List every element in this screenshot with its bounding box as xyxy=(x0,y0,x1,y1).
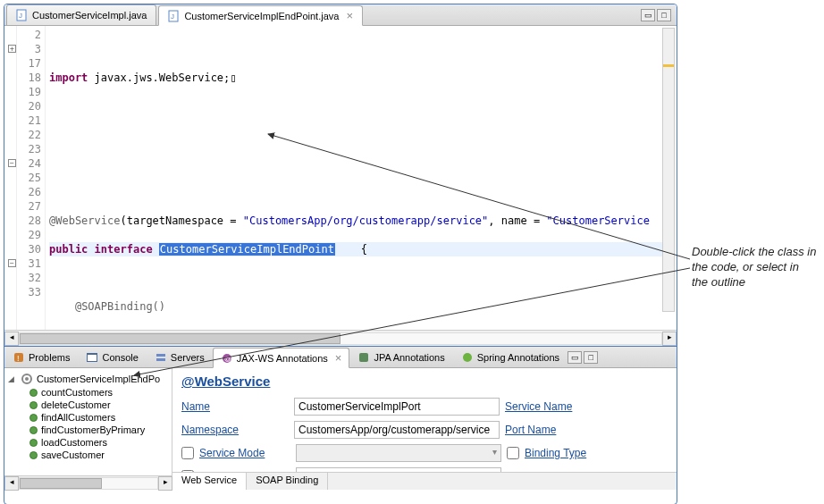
tab-console[interactable]: Console xyxy=(78,347,146,367)
svg-point-13 xyxy=(463,353,472,362)
namespace-label[interactable]: Namespace xyxy=(181,424,289,436)
marker-bar[interactable] xyxy=(4,26,17,330)
close-icon[interactable]: × xyxy=(335,352,342,364)
editor-pane: J CustomerServiceImpl.java J CustomerSer… xyxy=(4,4,677,347)
editor-tab[interactable]: J CustomerServiceImpl.java xyxy=(6,4,156,25)
maximize-button[interactable]: □ xyxy=(584,351,598,364)
svg-text:J: J xyxy=(171,13,174,21)
svg-text:J: J xyxy=(19,12,22,20)
name-field[interactable] xyxy=(294,398,500,416)
editor-body: 2 +3 17 18 19 20 21 22 23 −24 25 26 27 2… xyxy=(4,26,677,330)
svg-text:!: ! xyxy=(17,354,20,363)
svg-rect-7 xyxy=(88,355,97,361)
service-mode-checkbox[interactable] xyxy=(181,447,194,459)
fold-icon[interactable]: − xyxy=(8,259,16,267)
svg-rect-12 xyxy=(359,353,368,362)
tree-item[interactable]: loadCustomers xyxy=(28,436,170,449)
port-name-label[interactable]: Port Name xyxy=(505,424,585,436)
method-icon xyxy=(29,401,38,409)
editor-horizontal-scrollbar[interactable]: ◂ ▸ xyxy=(4,330,677,346)
expand-arrow-icon[interactable]: ◢ xyxy=(8,374,17,383)
views-body: ◢ CustomerServiceImplEndPo countCustomer… xyxy=(4,368,677,490)
method-icon xyxy=(29,414,38,422)
svg-point-15 xyxy=(25,377,29,381)
fold-icon[interactable]: − xyxy=(8,159,16,167)
binding-type-label[interactable]: Binding Type xyxy=(525,447,605,459)
overview-ruler[interactable] xyxy=(662,28,675,312)
problems-icon: ! xyxy=(13,351,25,364)
selected-class-name[interactable]: CustomerServiceImplEndPoint xyxy=(159,243,335,256)
svg-rect-8 xyxy=(156,354,165,357)
annotation-form: @WebService Name Service Name Namespace … xyxy=(172,368,677,490)
callout-text: Double-click the class in the code, or s… xyxy=(692,245,817,290)
tree-item[interactable]: findAllCustomers xyxy=(28,411,170,424)
editor-window-controls: ▭ □ xyxy=(641,9,677,21)
jpa-icon xyxy=(357,351,370,364)
form-tab-bar: Web Service SOAP Binding xyxy=(172,472,677,490)
code-area[interactable]: import javax.jws.WebService;▯ @WebServic… xyxy=(46,26,677,330)
tab-problems[interactable]: !Problems xyxy=(4,347,78,367)
editor-tab-bar: J CustomerServiceImpl.java J CustomerSer… xyxy=(4,4,677,26)
ide-window: J CustomerServiceImpl.java J CustomerSer… xyxy=(4,4,677,504)
binding-type-checkbox[interactable] xyxy=(507,447,519,459)
minimize-button[interactable]: ▭ xyxy=(641,9,655,21)
java-file-icon: J xyxy=(168,10,181,22)
console-icon xyxy=(86,351,98,364)
svg-rect-9 xyxy=(156,358,165,361)
scroll-right-button[interactable]: ▸ xyxy=(662,332,677,346)
maximize-button[interactable]: □ xyxy=(657,9,671,21)
line-number-gutter[interactable]: 2 +3 17 18 19 20 21 22 23 −24 25 26 27 2… xyxy=(17,26,46,330)
method-icon xyxy=(29,451,38,459)
method-icon xyxy=(29,426,38,434)
tree-item[interactable]: findCustomerByPrimary xyxy=(28,424,170,436)
tree-item[interactable]: countCustomers xyxy=(28,386,170,399)
tab-jaxws-annotations[interactable]: @JAX-WS Annotations× xyxy=(213,348,350,368)
name-label[interactable]: Name xyxy=(181,400,289,413)
views-pane: !Problems Console Servers @JAX-WS Annota… xyxy=(4,347,677,504)
service-mode-label[interactable]: Service Mode xyxy=(199,447,290,459)
views-tab-bar: !Problems Console Servers @JAX-WS Annota… xyxy=(4,347,677,368)
java-file-icon: J xyxy=(16,9,29,21)
close-icon[interactable]: × xyxy=(346,10,353,21)
tab-web-service[interactable]: Web Service xyxy=(172,473,247,490)
view-window-controls: ▭ □ xyxy=(568,351,603,364)
spring-icon xyxy=(461,351,474,364)
tab-label: CustomerServiceImplEndPoint.java xyxy=(184,11,339,21)
svg-text:@: @ xyxy=(224,355,231,363)
minimize-button[interactable]: ▭ xyxy=(568,351,582,364)
tree-item[interactable]: saveCustomer xyxy=(28,449,170,461)
tab-servers[interactable]: Servers xyxy=(147,347,213,367)
editor-tab-active[interactable]: J CustomerServiceImplEndPoint.java × xyxy=(158,5,363,26)
tab-label: CustomerServiceImpl.java xyxy=(32,10,147,21)
method-icon xyxy=(29,389,38,397)
scroll-left-button[interactable]: ◂ xyxy=(4,332,19,346)
fold-icon[interactable]: + xyxy=(8,45,16,53)
service-mode-dropdown[interactable] xyxy=(296,444,501,462)
gear-icon xyxy=(21,373,33,385)
tab-soap-binding[interactable]: SOAP Binding xyxy=(247,473,328,490)
namespace-field[interactable] xyxy=(294,421,500,439)
servers-icon xyxy=(155,351,167,364)
service-name-label[interactable]: Service Name xyxy=(505,400,585,413)
tab-spring-annotations[interactable]: Spring Annotations xyxy=(453,347,568,367)
method-icon xyxy=(29,439,38,447)
form-title[interactable]: @WebService xyxy=(181,374,668,389)
tree-item[interactable]: deleteCustomer xyxy=(28,399,170,411)
tree-root-label: CustomerServiceImplEndPo xyxy=(37,374,160,384)
tree-root[interactable]: ◢ CustomerServiceImplEndPo xyxy=(6,372,170,386)
tab-jpa-annotations[interactable]: JPA Annotations xyxy=(349,347,452,367)
annotation-icon: @ xyxy=(221,352,233,365)
outline-tree[interactable]: ◢ CustomerServiceImplEndPo countCustomer… xyxy=(4,368,172,490)
outline-horizontal-scrollbar[interactable]: ◂▸ xyxy=(4,475,172,490)
